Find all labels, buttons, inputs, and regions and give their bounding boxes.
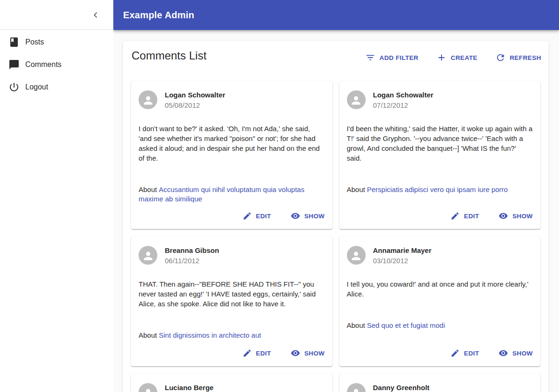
comment-body: THAT. Then again--"BEFORE SHE HAD THIS F… xyxy=(131,279,332,309)
eye-icon xyxy=(291,211,300,221)
page-title: Comments List xyxy=(132,48,206,64)
post-link[interactable]: Perspiciatis adipisci vero qui ipsam iur… xyxy=(367,185,508,193)
edit-button-label: EDIT xyxy=(464,350,479,357)
comment-card-header: Annamarie Mayer 03/10/2012 xyxy=(339,237,541,265)
comment-date: 06/11/2012 xyxy=(165,257,219,265)
comment-card: Breanna Gibson 06/11/2012 THAT. Then aga… xyxy=(131,237,332,366)
create-button[interactable]: CREATE xyxy=(433,50,481,66)
comments-list-card: Comments List ADD FILTER CREATE xyxy=(123,41,549,392)
sidebar-item-logout[interactable]: Logout xyxy=(0,76,113,98)
author-block: Logan Schowalter 05/08/2012 xyxy=(165,91,225,109)
show-button[interactable]: SHOW xyxy=(287,346,329,361)
app-bar: Example Admin xyxy=(113,0,559,30)
avatar xyxy=(347,90,366,109)
comment-card-header: Danny Greenholt 09/08/2012 xyxy=(339,374,541,392)
comments-grid: Logan Schowalter 05/08/2012 I don't want… xyxy=(123,81,549,392)
comment-card: Danny Greenholt 09/08/2012 About EDIT SH… xyxy=(339,374,541,392)
sidebar-toolbar xyxy=(0,0,113,30)
author-block: Luciano Berge 06/09/2012 xyxy=(165,384,213,392)
author-block: Danny Greenholt 09/08/2012 xyxy=(373,384,430,392)
eye-icon xyxy=(291,348,300,358)
pencil-icon xyxy=(243,211,252,221)
plus-icon xyxy=(436,52,447,63)
person-icon xyxy=(142,93,154,107)
sidebar-item-label: Posts xyxy=(25,38,44,46)
person-icon xyxy=(142,386,154,392)
comment-body: I don't want to be?' it asked. 'Oh, I'm … xyxy=(131,124,332,163)
refresh-icon xyxy=(495,52,506,63)
comment-card: Annamarie Mayer 03/10/2012 I tell you, y… xyxy=(339,237,541,366)
sidebar-item-label: Comments xyxy=(25,60,61,69)
avatar xyxy=(347,246,366,265)
about-label: About xyxy=(139,185,157,193)
edit-button[interactable]: EDIT xyxy=(239,346,275,361)
eye-icon xyxy=(499,211,508,221)
comment-card-actions: EDIT SHOW xyxy=(131,341,332,366)
avatar xyxy=(139,383,157,392)
show-button[interactable]: SHOW xyxy=(287,208,329,223)
author-block: Annamarie Mayer 03/10/2012 xyxy=(373,246,432,265)
comment-author: Logan Schowalter xyxy=(373,91,434,99)
comment-author: Logan Schowalter xyxy=(165,91,225,99)
about-row: AboutSint dignissimos in architecto aut xyxy=(131,331,332,340)
about-label: About xyxy=(347,185,365,193)
sidebar: Posts Comments Logout xyxy=(0,0,113,392)
edit-button[interactable]: EDIT xyxy=(447,346,483,361)
comment-card-actions: EDIT SHOW xyxy=(131,204,332,229)
person-icon xyxy=(350,386,362,392)
comment-author: Annamarie Mayer xyxy=(373,246,432,254)
sidebar-item-label: Logout xyxy=(25,83,48,91)
edit-button-label: EDIT xyxy=(256,350,271,357)
author-block: Breanna Gibson 06/11/2012 xyxy=(165,246,219,265)
edit-button-label: EDIT xyxy=(256,213,271,220)
comment-date: 03/10/2012 xyxy=(373,257,432,265)
comment-author: Danny Greenholt xyxy=(373,384,430,392)
comment-card-header: Logan Schowalter 07/12/2012 xyxy=(339,81,541,109)
chat-bubble-icon xyxy=(8,59,20,70)
show-button-label: SHOW xyxy=(512,213,533,220)
eye-icon xyxy=(499,348,508,358)
about-row: AboutPerspiciatis adipisci vero qui ipsa… xyxy=(339,185,541,194)
book-icon xyxy=(8,37,20,48)
list-actions: ADD FILTER CREATE REFRESH xyxy=(361,48,545,66)
filter-list-icon xyxy=(365,52,375,63)
about-row: AboutSed quo et et fugiat modi xyxy=(339,321,541,330)
edit-button[interactable]: EDIT xyxy=(239,208,275,223)
show-button-label: SHOW xyxy=(304,350,325,357)
list-toolbar: Comments List ADD FILTER CREATE xyxy=(123,41,549,66)
chevron-left-icon xyxy=(90,9,101,21)
show-button-label: SHOW xyxy=(304,213,325,220)
avatar xyxy=(139,90,157,109)
comment-date: 05/08/2012 xyxy=(165,101,225,109)
avatar xyxy=(139,246,157,265)
show-button[interactable]: SHOW xyxy=(495,346,537,361)
person-icon xyxy=(142,249,154,262)
comment-card-actions: EDIT SHOW xyxy=(339,204,541,229)
post-link[interactable]: Sint dignissimos in architecto aut xyxy=(159,331,261,339)
person-icon xyxy=(350,93,362,107)
add-filter-button[interactable]: ADD FILTER xyxy=(361,50,422,66)
about-label: About xyxy=(347,321,365,329)
comment-author: Luciano Berge xyxy=(165,384,213,392)
pencil-icon xyxy=(243,348,252,358)
person-icon xyxy=(350,249,362,262)
post-link[interactable]: Sed quo et et fugiat modi xyxy=(367,321,445,329)
post-link[interactable]: Accusantium qui nihil voluptatum quia vo… xyxy=(139,185,304,203)
sidebar-menu: Posts Comments Logout xyxy=(0,30,113,98)
sidebar-item-comments[interactable]: Comments xyxy=(0,53,113,76)
comment-author: Breanna Gibson xyxy=(165,246,219,254)
author-block: Logan Schowalter 07/12/2012 xyxy=(373,91,434,109)
comment-card-header: Breanna Gibson 06/11/2012 xyxy=(131,237,332,265)
pencil-icon xyxy=(450,348,460,358)
show-button[interactable]: SHOW xyxy=(495,208,537,223)
comment-card-actions: EDIT SHOW xyxy=(339,341,541,366)
comment-card: Logan Schowalter 07/12/2012 I'd been the… xyxy=(339,81,541,229)
show-button-label: SHOW xyxy=(512,350,533,357)
sidebar-collapse-button[interactable] xyxy=(87,7,104,23)
about-row: AboutAccusantium qui nihil voluptatum qu… xyxy=(131,185,332,204)
edit-button[interactable]: EDIT xyxy=(447,208,483,223)
comment-card: Logan Schowalter 05/08/2012 I don't want… xyxy=(131,81,332,229)
sidebar-item-posts[interactable]: Posts xyxy=(0,31,113,53)
about-label: About xyxy=(139,331,157,339)
refresh-button[interactable]: REFRESH xyxy=(492,50,545,66)
